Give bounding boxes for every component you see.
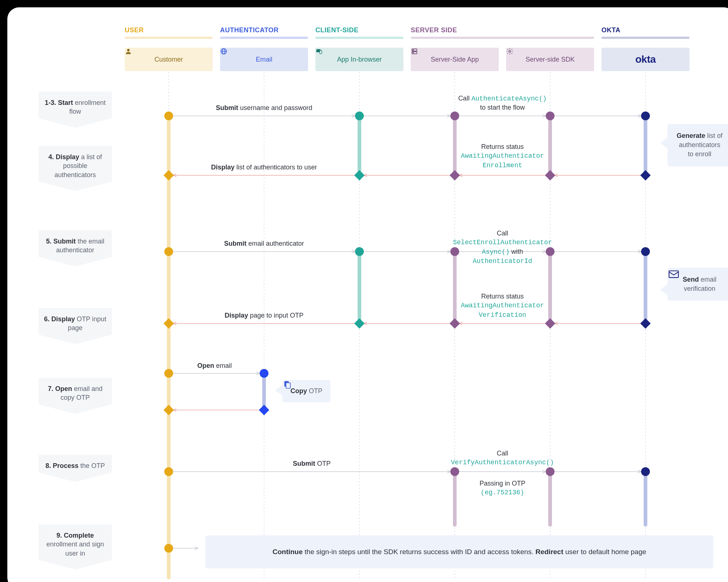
column-client-side-underline: [315, 37, 403, 39]
svg-rect-58: [450, 318, 460, 329]
msg-display-otp-page-rest: page to input OTP: [248, 312, 303, 319]
svg-rect-16: [644, 252, 647, 325]
msg-submit-otp-rest: OTP: [315, 460, 330, 467]
svg-rect-63: [164, 405, 174, 415]
msg-submit-otp: Submit OTP: [293, 459, 330, 468]
final-text-1: the sign-in steps until the SDK returns …: [303, 548, 535, 556]
svg-rect-50: [640, 170, 651, 180]
final-bold-2: Redirect: [535, 548, 563, 556]
svg-point-83: [509, 51, 511, 52]
participant-app-browser: App In-browser: [315, 48, 403, 71]
column-client-side-label: CLIENT-SIDE: [315, 26, 359, 34]
msg-call-authenticate: Call AuthenticateAsync() to start the fl…: [458, 94, 546, 112]
svg-rect-15: [644, 116, 647, 177]
msg-submit-email-auth: Submit email authenticator: [224, 239, 304, 248]
svg-point-73: [127, 49, 130, 51]
msg-call-verify-pre: Call: [497, 450, 508, 457]
msg-display-otp-page-bold: Display: [224, 312, 248, 319]
msg-passing-otp-code: (eg.752136): [481, 489, 524, 496]
svg-rect-57: [354, 318, 365, 329]
step-7-title: 7. Open: [48, 385, 72, 392]
step-5-title: 5. Submit: [46, 238, 76, 245]
msg-call-authenticate-code: AuthenticateAsync(): [471, 95, 546, 102]
msg-open-email-rest: email: [214, 362, 232, 369]
msg-returns-verification-pre: Returns status: [481, 293, 524, 300]
step-1-3-sub: enrollment flow: [69, 99, 106, 115]
svg-rect-6: [167, 116, 171, 579]
devices-icon: [315, 48, 323, 55]
callout-generate-list-bold: Generate: [677, 132, 705, 139]
msg-display-list: Display list of authenticators to user: [211, 163, 317, 172]
participant-server-sdk-label: Server-side SDK: [526, 56, 575, 63]
callout-copy-otp-bold: Copy: [290, 387, 307, 395]
step-4-title: 4. Display: [48, 153, 79, 161]
svg-point-62: [260, 369, 268, 378]
svg-marker-71: [660, 284, 667, 295]
svg-point-82: [413, 52, 414, 53]
svg-rect-7: [358, 116, 361, 177]
diagram-svg: [7, 7, 728, 582]
msg-submit-username-bold: Submit: [216, 104, 238, 111]
participant-server-sdk: Server-side SDK: [506, 48, 594, 71]
svg-rect-56: [164, 318, 174, 329]
globe-icon: [220, 48, 227, 55]
msg-submit-email-auth-rest: email authenticator: [246, 240, 304, 247]
okta-logo: okta: [635, 54, 656, 65]
msg-returns-verification-code: AwaitingAuthenticator Verification: [461, 302, 544, 318]
participant-email-label: Email: [256, 56, 272, 63]
msg-display-list-rest: list of authenticators to user: [234, 164, 317, 171]
person-icon: [125, 48, 132, 55]
msg-returns-verification: Returns status AwaitingAuthenticator Ver…: [461, 292, 544, 319]
svg-rect-11: [453, 472, 457, 527]
step-9-title: 9. Complete: [56, 532, 94, 539]
svg-rect-12: [548, 116, 552, 177]
step-6-title: 6. Display: [44, 315, 75, 323]
svg-rect-48: [450, 170, 460, 180]
msg-submit-email-auth-bold: Submit: [224, 240, 246, 247]
msg-display-list-bold: Display: [211, 164, 234, 171]
svg-point-43: [450, 111, 459, 120]
msg-returns-enrollment-code: AwaitingAuthenticator Enrollment: [461, 152, 544, 169]
envelope-icon: [667, 268, 680, 280]
svg-rect-78: [320, 51, 322, 54]
column-authenticator-label: AUTHENTICATOR: [220, 26, 279, 34]
svg-point-66: [450, 467, 459, 476]
msg-open-email: Open email: [197, 361, 232, 370]
svg-rect-46: [164, 170, 174, 180]
column-okta-label: OKTA: [601, 26, 621, 34]
msg-submit-otp-bold: Submit: [293, 460, 315, 467]
svg-rect-9: [453, 116, 457, 177]
step-9: 9. Complete enrollment and sign user in: [39, 524, 112, 570]
svg-rect-17: [644, 472, 647, 527]
participant-email: Email: [220, 48, 308, 71]
svg-point-42: [355, 111, 364, 120]
msg-call-verify-code: VerifyAuthenticatorAsync(): [451, 459, 554, 466]
msg-call-select-enroll: Call SelectEnrollAuthenticator Async() w…: [453, 229, 552, 266]
step-8-sub: the OTP: [80, 462, 105, 469]
msg-call-select-enroll-mid: with: [509, 248, 523, 255]
msg-returns-enrollment-pre: Returns status: [481, 143, 524, 150]
svg-point-81: [413, 50, 414, 50]
svg-rect-47: [354, 170, 365, 180]
svg-point-61: [164, 369, 173, 378]
callout-copy-otp: Copy OTP: [282, 380, 330, 402]
column-user-underline: [125, 37, 213, 39]
svg-rect-84: [669, 271, 678, 278]
msg-passing-otp: Passing in OTP (eg.752136): [479, 479, 525, 497]
step-9-sub: enrollment and sign user in: [46, 541, 104, 557]
svg-point-67: [546, 467, 555, 476]
msg-call-verify: Call VerifyAuthenticatorAsync(): [451, 449, 554, 467]
server-icon: [411, 48, 418, 55]
step-8-title: 8. Process: [45, 462, 78, 469]
callout-generate-list: Generate list of authenticators to enrol…: [667, 124, 728, 166]
msg-passing-otp-pre: Passing in OTP: [479, 480, 525, 487]
svg-marker-72: [275, 385, 282, 395]
svg-rect-49: [545, 170, 555, 180]
svg-rect-86: [286, 383, 290, 388]
msg-submit-username-rest: username and password: [238, 104, 312, 111]
step-1-3-title: 1-3. Start: [45, 99, 73, 106]
diagram-canvas: USER AUTHENTICATOR CLIENT-SIDE SERVER SI…: [7, 7, 728, 582]
svg-rect-8: [358, 252, 361, 325]
column-authenticator-underline: [220, 37, 308, 39]
gear-icon: [506, 48, 513, 55]
